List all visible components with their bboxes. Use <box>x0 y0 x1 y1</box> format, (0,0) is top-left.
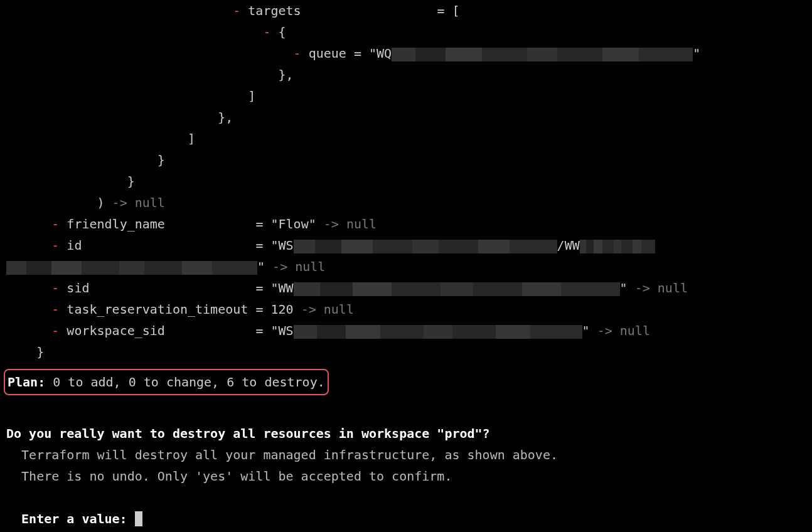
minus-icon: - <box>51 216 59 231</box>
destroy-prompt-title: Do you really want to destroy all resour… <box>6 426 490 441</box>
diff-line: - targets = [ <box>6 3 460 18</box>
diff-line: - { <box>6 24 286 40</box>
minus-icon: - <box>51 302 59 317</box>
diff-line: } <box>6 344 44 359</box>
diff-line: " -> null <box>6 259 325 274</box>
plan-label: Plan: <box>8 375 45 390</box>
diff-line: - friendly_name = "Flow" -> null <box>6 216 377 231</box>
diff-line: ) -> null <box>6 195 165 210</box>
diff-line: ] <box>6 131 195 146</box>
destroy-prompt-line: Terraform will destroy all your managed … <box>6 447 558 462</box>
diff-line: - workspace_sid = "WS" -> null <box>6 323 650 338</box>
diff-line: }, <box>6 67 294 82</box>
minus-icon: - <box>51 323 59 338</box>
plan-summary-text: 0 to add, 0 to change, 6 to destroy. <box>45 375 325 390</box>
diff-line: } <box>6 174 135 189</box>
redacted-value <box>6 261 257 275</box>
minus-icon: - <box>51 238 59 253</box>
plan-summary-box: Plan: 0 to add, 0 to change, 6 to destro… <box>4 369 329 395</box>
diff-line: - queue = "WQ" <box>6 46 700 61</box>
redacted-value <box>294 325 582 339</box>
diff-line: } <box>6 152 165 168</box>
confirmation-prompt: Do you really want to destroy all resour… <box>0 402 812 529</box>
redacted-value <box>294 240 557 253</box>
minus-icon: - <box>51 280 59 295</box>
redacted-value <box>294 282 620 296</box>
enter-value-label: Enter a value: <box>6 511 135 526</box>
diff-line: - sid = "WW" -> null <box>6 280 688 295</box>
terminal-output: - targets = [ - { - queue = "WQ" }, ] <box>0 0 812 363</box>
redacted-value <box>392 48 693 61</box>
destroy-prompt-line: There is no undo. Only 'yes' will be acc… <box>6 469 452 484</box>
diff-line: - id = "WS/WW <box>6 238 655 253</box>
input-cursor[interactable] <box>135 511 142 526</box>
minus-icon: - <box>294 46 301 61</box>
diff-line: - task_reservation_timeout = 120 -> null <box>6 302 354 317</box>
diff-line: }, <box>6 110 233 125</box>
minus-icon: - <box>233 3 240 18</box>
minus-icon: - <box>263 24 270 40</box>
redacted-value <box>580 240 655 253</box>
diff-line: ] <box>6 88 255 104</box>
